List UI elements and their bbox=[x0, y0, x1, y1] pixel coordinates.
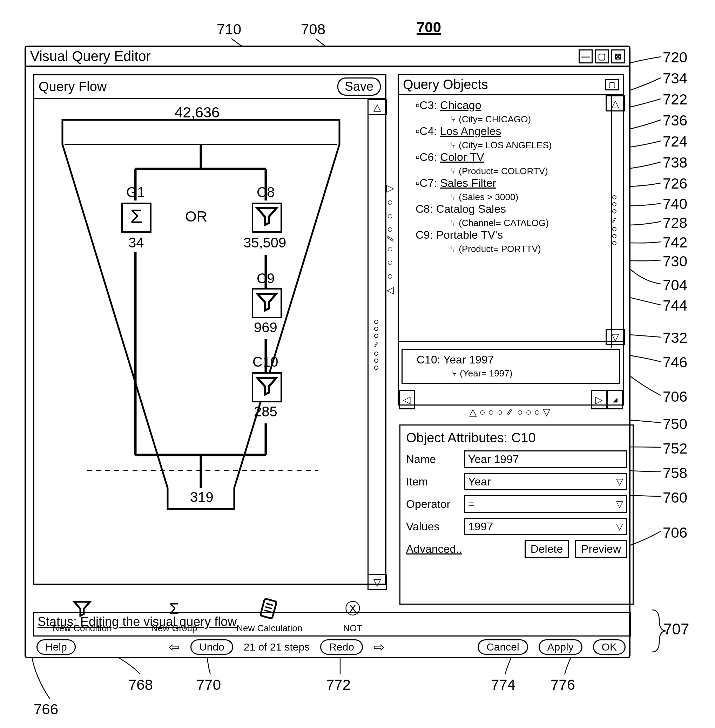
g1-node[interactable]: Σ bbox=[121, 203, 151, 233]
cancel-button[interactable]: Cancel bbox=[478, 639, 528, 655]
query-flow-title: Query Flow bbox=[39, 79, 107, 94]
item-dropdown[interactable]: Year▽ bbox=[464, 473, 627, 490]
panel-close-icon[interactable]: ▢ bbox=[605, 79, 619, 90]
svg-line-13 bbox=[266, 603, 273, 605]
list-item: C8: Catalog Sales bbox=[401, 203, 608, 216]
bottom-count: 319 bbox=[190, 489, 214, 505]
arrow-left-icon[interactable]: ⇦ bbox=[169, 639, 180, 655]
c10-count: 285 bbox=[254, 404, 278, 419]
operator-label: Operator bbox=[406, 498, 459, 511]
object-attributes-panel: Object Attributes: C10 Name Year 1997 It… bbox=[400, 425, 634, 604]
minimize-icon[interactable]: — bbox=[579, 50, 593, 63]
ok-button[interactable]: OK bbox=[593, 639, 626, 655]
close-icon[interactable]: ⊠ bbox=[611, 50, 625, 63]
undo-button[interactable]: Undo bbox=[190, 639, 233, 655]
objects-vscroll[interactable]: △ ⁄⁄ ▽ bbox=[606, 95, 623, 341]
attributes-title: Object Attributes: C10 bbox=[406, 430, 627, 446]
delete-button[interactable]: Delete bbox=[525, 540, 569, 558]
list-item: ▫C6: Color TV bbox=[401, 151, 608, 164]
svg-line-15 bbox=[264, 610, 271, 612]
list-item: ▫C3: Chicago bbox=[401, 99, 608, 112]
vsplitter[interactable]: ▷ ○ ○ ○ ⁄⁄ ○ ○ ○ ◁ bbox=[384, 182, 396, 296]
query-flow-panel: Query Flow Save bbox=[33, 74, 386, 585]
query-objects-panel: Query Objects ▢ ▫C3: Chicago ⑂ (City= CH… bbox=[398, 74, 624, 405]
list-item: ▫C7: Sales Filter bbox=[401, 177, 608, 190]
scroll-down-icon[interactable]: ▽ bbox=[606, 329, 625, 345]
name-label: Name bbox=[406, 453, 459, 466]
c8-count: 35,509 bbox=[243, 235, 286, 250]
g1-label: G1 bbox=[126, 184, 145, 200]
step-text: 21 of 21 steps bbox=[244, 641, 310, 653]
list-item: ▫C4: Los Angeles bbox=[401, 125, 608, 138]
c10-label: C10 bbox=[252, 354, 278, 370]
item-label: Item bbox=[406, 475, 459, 488]
or-label: OR bbox=[185, 208, 207, 225]
advanced-link[interactable]: Advanced.. bbox=[406, 543, 462, 556]
operator-dropdown[interactable]: =▽ bbox=[464, 495, 627, 513]
preview-button[interactable]: Preview bbox=[575, 540, 627, 558]
footer: Help ⇦ Undo 21 of 21 steps Redo ⇨ Cancel… bbox=[33, 635, 629, 659]
titlebar: Visual Query Editor — ▢ ⊠ bbox=[26, 47, 629, 67]
splitter[interactable]: △ ○ ○ ○ ⁄⁄ ○ ○ ○ ▽ bbox=[398, 406, 622, 422]
arrow-right-icon[interactable]: ⇨ bbox=[373, 639, 385, 655]
flow-vscroll[interactable]: △ ⁄⁄ ▽ bbox=[368, 99, 385, 586]
scroll-up-icon[interactable]: △ bbox=[368, 99, 387, 115]
svg-line-14 bbox=[265, 607, 272, 609]
objects-hscroll[interactable]: ◁ ▷ ◢ bbox=[399, 391, 623, 408]
selected-object[interactable]: C10: Year 1997 ⑂ (Year= 1997) bbox=[401, 349, 620, 384]
window-title: Visual Query Editor bbox=[30, 48, 151, 64]
status-bar: Status: Editing the visual query flow bbox=[33, 612, 631, 636]
scroll-up-icon[interactable]: △ bbox=[606, 95, 625, 112]
c8-label: C8 bbox=[257, 184, 275, 200]
maximize-icon[interactable]: ▢ bbox=[595, 50, 609, 63]
chevron-down-icon: ▽ bbox=[616, 521, 623, 532]
name-field[interactable]: Year 1997 bbox=[464, 451, 627, 468]
flow-canvas[interactable]: 42,636 G1 Σ 34 OR C8 35,509 bbox=[35, 99, 368, 586]
values-label: Values bbox=[406, 520, 459, 533]
query-objects-title: Query Objects bbox=[403, 77, 488, 92]
chevron-down-icon: ▽ bbox=[616, 476, 623, 487]
g1-count: 34 bbox=[128, 235, 144, 250]
chevron-down-icon: ▽ bbox=[616, 499, 623, 509]
query-objects-list[interactable]: ▫C3: Chicago ⑂ (City= CHICAGO) ▫C4: Los … bbox=[399, 95, 612, 348]
save-button[interactable]: Save bbox=[337, 77, 381, 96]
c8-node[interactable] bbox=[252, 203, 282, 233]
redo-button[interactable]: Redo bbox=[320, 639, 363, 655]
values-dropdown[interactable]: 1997▽ bbox=[464, 518, 627, 535]
c9-count: 969 bbox=[254, 320, 278, 335]
top-count: 42,636 bbox=[175, 104, 220, 121]
c10-node[interactable] bbox=[252, 372, 282, 402]
c9-label: C9 bbox=[257, 271, 275, 286]
scroll-down-icon[interactable]: ▽ bbox=[368, 574, 387, 590]
c9-node[interactable] bbox=[252, 288, 282, 318]
app-window: Visual Query Editor — ▢ ⊠ Query Flow Sav… bbox=[24, 45, 631, 658]
help-button[interactable]: Help bbox=[36, 639, 76, 655]
status-text: Status: Editing the visual query flow bbox=[38, 615, 237, 629]
list-item: C9: Portable TV's bbox=[401, 229, 608, 241]
apply-button[interactable]: Apply bbox=[539, 639, 582, 655]
